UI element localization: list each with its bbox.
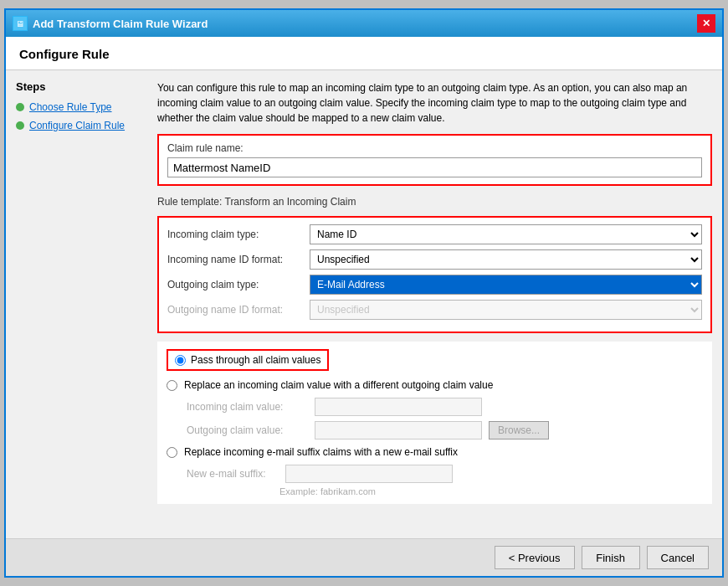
replace-incoming-label: Replace an incoming claim value with a d… [184,379,493,391]
outgoing-claim-value-input [315,421,482,440]
finish-button[interactable]: Finish [582,546,640,569]
outgoing-name-id-format-row: Outgoing name ID format: Unspecified [167,300,702,320]
outgoing-claim-type-row: Outgoing claim type: E-Mail Address [167,275,702,295]
step-item-2: Configure Claim Rule [16,120,146,131]
replace-incoming-radio[interactable] [167,380,177,391]
incoming-name-id-format-row: Incoming name ID format: Unspecified [167,249,702,270]
outgoing-claim-type-label: Outgoing claim type: [167,279,310,290]
pass-through-box: Pass through all claim values [167,349,329,371]
window-title: Add Transform Claim Rule Wizard [33,18,208,30]
outgoing-name-id-format-select[interactable]: Unspecified [310,300,702,320]
pass-through-radio[interactable] [175,355,186,366]
page-title-bar: Configure Rule [6,37,722,70]
incoming-name-id-format-control: Unspecified [310,249,702,270]
cancel-button[interactable]: Cancel [647,546,709,569]
claim-rule-name-section: Claim rule name: [157,134,712,186]
new-email-suffix-row: New e-mail suffix: [187,465,703,483]
rule-template-text: Rule template: Transform an Incoming Cla… [157,196,712,208]
footer: < Previous Finish Cancel [6,538,722,576]
incoming-claim-value-row: Incoming claim value: [187,398,703,416]
claim-rule-name-input[interactable] [167,157,702,177]
incoming-claim-type-control: Name ID [310,224,702,244]
outgoing-claim-type-select[interactable]: E-Mail Address [310,275,702,295]
radio-section: Pass through all claim values Replace an… [157,342,712,504]
browse-button: Browse... [489,421,549,440]
title-bar-left: 🖥 Add Transform Claim Rule Wizard [13,16,208,31]
incoming-claim-type-label: Incoming claim type: [167,229,310,240]
example-text: Example: fabrikam.com [279,486,703,496]
replace-incoming-sub-fields: Incoming claim value: Outgoing claim val… [187,398,703,440]
incoming-claim-type-row: Incoming claim type: Name ID [167,224,702,244]
replace-email-suffix-label: Replace incoming e-mail suffix claims wi… [184,446,458,458]
pass-through-label: Pass through all claim values [191,354,320,366]
main-window: 🖥 Add Transform Claim Rule Wizard ✕ Conf… [4,8,724,578]
incoming-name-id-format-select[interactable]: Unspecified [310,249,702,270]
step-dot-1 [16,103,24,111]
step-dot-2 [16,121,24,130]
window-icon: 🖥 [13,16,28,31]
sidebar: Steps Choose Rule Type Configure Claim R… [16,80,146,528]
incoming-name-id-format-label: Incoming name ID format: [167,254,310,265]
new-email-suffix-label: New e-mail suffix: [187,468,279,480]
sidebar-heading: Steps [16,80,146,93]
sidebar-item-choose-rule-type[interactable]: Choose Rule Type [29,101,112,113]
outgoing-claim-value-row: Outgoing claim value: Browse... [187,421,703,440]
replace-incoming-row: Replace an incoming claim value with a d… [167,379,703,391]
content-area: You can configure this rule to map an in… [157,80,712,528]
incoming-claim-type-select[interactable]: Name ID [310,224,702,244]
incoming-claim-value-input [315,398,482,416]
outgoing-name-id-format-control: Unspecified [310,300,702,320]
close-button[interactable]: ✕ [697,14,715,33]
title-bar: 🖥 Add Transform Claim Rule Wizard ✕ [6,10,722,37]
outgoing-claim-value-label: Outgoing claim value: [187,424,308,436]
new-email-suffix-input [285,465,453,483]
incoming-claim-value-label: Incoming claim value: [187,401,308,413]
outgoing-name-id-format-label: Outgoing name ID format: [167,304,310,316]
page-heading: Configure Rule [19,47,709,61]
description-text: You can configure this rule to map an in… [157,80,712,126]
step-item-1: Choose Rule Type [16,101,146,113]
replace-email-suffix-row: Replace incoming e-mail suffix claims wi… [167,446,703,458]
dropdowns-section: Incoming claim type: Name ID Incoming na… [157,216,712,333]
sidebar-item-configure-claim-rule[interactable]: Configure Claim Rule [29,120,125,131]
outgoing-claim-type-control: E-Mail Address [310,275,702,295]
replace-email-suffix-radio[interactable] [167,447,177,458]
main-area: Steps Choose Rule Type Configure Claim R… [6,70,722,538]
claim-rule-name-label: Claim rule name: [167,142,702,154]
previous-button[interactable]: < Previous [495,546,575,569]
